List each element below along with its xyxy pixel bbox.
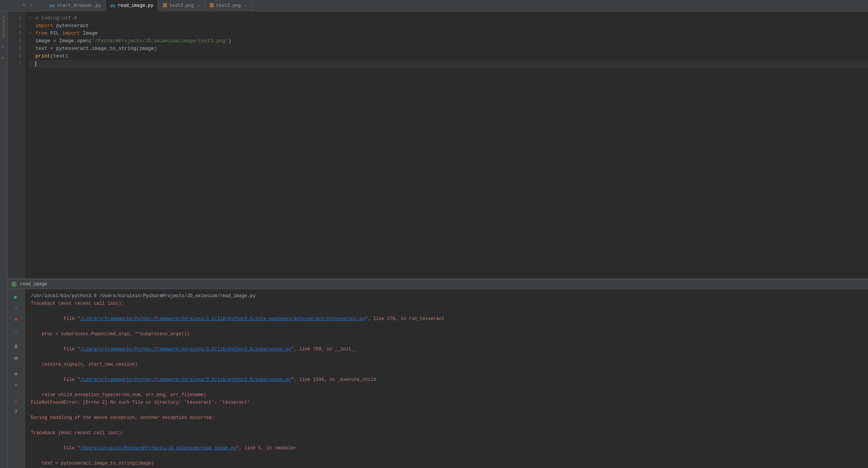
run-panel-header: read_image [8,279,868,289]
fold-arrow-2 [29,22,35,30]
structure-label: Structure [2,15,6,37]
py-icon: py [50,3,55,8]
output-line-1: Traceback (most recent call last): [31,300,862,307]
code-content[interactable]: ▾ # coding:utf-8 import pytesseract ▾ fr… [25,11,868,279]
panel-label-2: 2: [2,56,6,60]
output-line-blank2 [31,422,862,429]
code-line-5: text = pytesseract.image_to_string(image… [29,45,868,53]
output-line-6: File "/Library/Frameworks/Python.framewo… [31,368,862,391]
output-line-8: FileNotFoundError: [Errno 2] No such fil… [31,399,862,406]
output-line-7: raise child_exception_type(errno_num, er… [31,391,862,399]
help-button[interactable]: ? [11,408,21,417]
fold-arrow-4 [29,37,35,45]
tab-close-test2[interactable]: ✕ [245,3,247,8]
delete-button[interactable]: ✕ [11,396,21,405]
output-line-2: File "/Library/Frameworks/Python.framewo… [31,307,862,330]
code-line-6: print(text) [29,53,868,60]
fold-arrow-6 [29,53,35,60]
run-output[interactable]: /usr/local/bin/python3.6 /Users/xuruixin… [25,289,868,468]
panel-label-1: 1: [2,45,6,49]
png-icon: 🖼 [163,3,167,8]
tab-start-browser[interactable]: py start_browser.py [45,0,106,11]
code-line-1: ▾ # coding:utf-8 [29,14,868,22]
sidebar-toggle[interactable]: ≡ [23,3,29,9]
code-line-2: import pytesseract [29,22,868,30]
file-link-4[interactable]: /Users/xuruixin/PycharmProjects/JD_selen… [80,446,236,451]
py-icon-active: py [110,3,115,8]
grid-button[interactable]: ⊞ [11,353,21,363]
tab-close-test3[interactable]: ✕ [198,3,200,8]
tab-read-image[interactable]: py read_image.py [106,0,158,11]
main-area: Structure 1: 2: 1 2 3 4 5 6 7 ▾ # coding… [0,11,868,468]
code-editor[interactable]: 1 2 3 4 5 6 7 ▾ # coding:utf-8 import py… [8,11,868,279]
code-line-7[interactable] [29,60,868,68]
text-cursor [35,61,36,67]
file-link-1[interactable]: /Library/Frameworks/Python.framework/Ver… [80,316,365,322]
run-indicator-dot [11,282,17,287]
output-line-blank1 [31,406,862,414]
output-line-10: Traceback (most recent call last): [31,429,862,437]
output-command: /usr/local/bin/python3.6 /Users/xuruixin… [31,292,862,300]
expand-toggle[interactable]: ▾ [30,3,36,9]
fold-arrow-3[interactable]: ▾ [29,30,35,37]
output-line-4: File "/Library/Frameworks/Python.framewo… [31,338,862,361]
scroll-down-button[interactable]: ↓ [11,326,21,336]
fold-arrow-5 [29,45,35,53]
file-link-3[interactable]: /Library/Frameworks/Python.framework/Ver… [80,377,291,382]
tab-bar: ≡ ▾ py start_browser.py py read_image.py… [0,0,868,11]
stop-button[interactable]: ■ [11,315,21,324]
png-icon2: 🖼 [210,3,214,8]
file-link-2[interactable]: /Library/Frameworks/Python.framework/Ver… [80,347,291,352]
settings-button[interactable]: ⚙ [11,369,21,378]
tab-test3-png[interactable]: 🖼 test3.png ✕ [158,0,205,11]
code-line-3: ▾ from PIL import Image [29,30,868,37]
toolbar-divider-3 [12,393,20,393]
run-panel: ▶ ↑ ■ ↓ ⏸ ⊞ ⚙ ✂ ✕ ? /usr/local/bin/pytho… [8,289,868,468]
editor-container: 1 2 3 4 5 6 7 ▾ # coding:utf-8 import py… [8,11,868,468]
output-line-9: During handling of the above exception, … [31,414,862,422]
run-panel-title: read_image [20,282,47,287]
structure-panel: Structure 1: 2: [0,11,8,468]
scissors-button[interactable]: ✂ [11,380,21,390]
run-toolbar: ▶ ↑ ■ ↓ ⏸ ⊞ ⚙ ✂ ✕ ? [8,289,25,468]
output-line-3: proc = subprocess.Popen(cmd_args, **subp… [31,330,862,338]
output-line-12: text = pytesseract.image_to_string(image… [31,460,862,467]
line-numbers: 1 2 3 4 5 6 7 [8,11,25,279]
toolbar-divider-2 [12,366,20,366]
scroll-up-button[interactable]: ↑ [11,304,21,313]
toolbar-divider-1 [12,339,20,339]
fold-arrow-1[interactable]: ▾ [29,14,35,22]
tab-test2-png[interactable]: 🖼 test2.png ✕ [205,0,252,11]
run-button[interactable]: ▶ [11,292,21,301]
output-line-5: restore_signals, start_new_session) [31,361,862,368]
code-line-4: image = Image.open('/PycharmProjects/JD_… [29,37,868,45]
pause-button[interactable]: ⏸ [11,342,21,351]
output-line-11: File "/Users/xuruixin/PycharmProjects/JD… [31,437,862,460]
